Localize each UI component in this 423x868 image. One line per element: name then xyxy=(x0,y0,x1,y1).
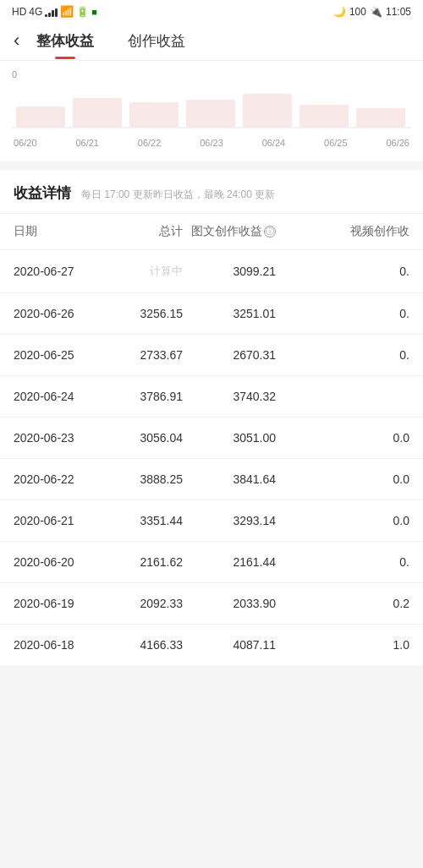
cell-date-5: 2020-06-22 xyxy=(14,472,107,486)
signal-bar-2 xyxy=(48,13,51,17)
x-label-0622: 06/22 xyxy=(138,138,162,148)
header-total: 总计 xyxy=(107,224,183,239)
x-label-0626: 06/26 xyxy=(386,138,409,148)
cell-date-8: 2020-06-19 xyxy=(14,597,107,610)
cell-graphic-3: 3740.32 xyxy=(183,390,276,403)
section-title: 收益详情 xyxy=(14,185,71,201)
table-row: 2020-06-20 2161.62 2161.44 0. xyxy=(0,542,423,583)
status-left: HD 4G 📶 🔋 ■ xyxy=(12,5,97,18)
cell-graphic-0: 3099.21 xyxy=(183,265,276,278)
nav-bar: ‹ 整体收益 创作收益 xyxy=(0,21,423,61)
cell-total-1: 3256.15 xyxy=(107,307,183,320)
table-header: 日期 总计 图文创作收益 ⓘ 视频创作收 xyxy=(0,214,423,250)
cell-video-5: 0.0 xyxy=(276,472,409,486)
header-video: 视频创作收 xyxy=(276,224,409,239)
cell-total-2: 2733.67 xyxy=(107,348,183,362)
time-label: 11:05 xyxy=(386,6,411,18)
cell-date-9: 2020-06-18 xyxy=(14,638,107,652)
battery-full-icon: 🔌 xyxy=(370,6,382,18)
section-subtitle: 每日 17:00 更新昨日收益，最晚 24:00 更新 xyxy=(81,188,275,200)
cell-date-6: 2020-06-21 xyxy=(14,514,107,527)
table-row: 2020-06-22 3888.25 3841.64 0.0 xyxy=(0,459,423,500)
cell-graphic-8: 2033.90 xyxy=(183,597,276,610)
signal-4g: 4G xyxy=(29,6,42,18)
cell-graphic-6: 3293.14 xyxy=(183,514,276,527)
x-label-0621: 06/21 xyxy=(75,138,99,148)
cell-graphic-2: 2670.31 xyxy=(183,348,276,362)
y-axis-label: 0 xyxy=(12,69,411,79)
svg-rect-3 xyxy=(186,100,235,128)
table-row: 2020-06-21 3351.44 3293.14 0.0 xyxy=(0,500,423,542)
cell-total-6: 3351.44 xyxy=(107,514,183,527)
section-header: 收益详情 每日 17:00 更新昨日收益，最晚 24:00 更新 xyxy=(0,170,423,214)
svg-rect-4 xyxy=(243,94,292,128)
status-bar: HD 4G 📶 🔋 ■ 🌙 100 🔌 11:05 xyxy=(0,0,423,21)
x-label-0625: 06/25 xyxy=(324,138,348,148)
cell-total-0: 计算中 xyxy=(107,264,183,279)
cell-graphic-4: 3051.00 xyxy=(183,431,276,445)
signal-bar-4 xyxy=(55,8,58,17)
cell-video-0: 0. xyxy=(276,265,409,278)
cell-graphic-5: 3841.64 xyxy=(183,472,276,486)
earnings-table: 日期 总计 图文创作收益 ⓘ 视频创作收 2020-06-27 计算中 3099… xyxy=(0,214,423,665)
cell-date-4: 2020-06-23 xyxy=(14,431,107,445)
chart-svg xyxy=(12,81,411,132)
table-row: 2020-06-18 4166.33 4087.11 1.0 xyxy=(0,625,423,665)
wifi-icon: 📶 xyxy=(60,5,74,18)
tab-creation-earnings[interactable]: 创作收益 xyxy=(128,31,185,59)
cell-video-9: 1.0 xyxy=(276,638,409,652)
cell-date-3: 2020-06-24 xyxy=(14,390,107,403)
cell-video-1: 0. xyxy=(276,307,409,320)
chart-x-labels: 06/20 06/21 06/22 06/23 06/24 06/25 06/2… xyxy=(12,138,411,148)
cell-video-4: 0.0 xyxy=(276,431,409,445)
cell-video-8: 0.2 xyxy=(276,597,409,610)
table-row: 2020-06-19 2092.33 2033.90 0.2 xyxy=(0,583,423,625)
cell-video-7: 0. xyxy=(276,555,409,569)
svg-rect-2 xyxy=(129,102,179,128)
cell-total-7: 2161.62 xyxy=(107,555,183,569)
header-graphic: 图文创作收益 ⓘ xyxy=(183,224,276,239)
cell-total-4: 3056.04 xyxy=(107,431,183,445)
x-label-0624: 06/24 xyxy=(262,138,286,148)
cell-graphic-1: 3251.01 xyxy=(183,307,276,320)
svg-rect-5 xyxy=(299,105,349,128)
cell-graphic-9: 4087.11 xyxy=(183,638,276,652)
table-row: 2020-06-24 3786.91 3740.32 xyxy=(0,376,423,418)
cell-total-5: 3888.25 xyxy=(107,472,183,486)
svg-rect-1 xyxy=(73,98,122,128)
header-date: 日期 xyxy=(14,224,107,239)
table-row: 2020-06-25 2733.67 2670.31 0. xyxy=(0,335,423,376)
battery-percent: 100 xyxy=(349,6,366,18)
back-button[interactable]: ‹ xyxy=(14,30,19,60)
info-icon[interactable]: ⓘ xyxy=(264,226,276,237)
table-row: 2020-06-26 3256.15 3251.01 0. xyxy=(0,293,423,335)
x-label-0620: 06/20 xyxy=(14,138,37,148)
cell-date-1: 2020-06-26 xyxy=(14,307,107,320)
battery-icon: 🔋 xyxy=(76,6,89,18)
cell-video-2: 0. xyxy=(276,348,409,362)
nav-tabs: 整体收益 创作收益 xyxy=(36,31,409,59)
cell-graphic-7: 2161.44 xyxy=(183,555,276,569)
cell-video-6: 0.0 xyxy=(276,514,409,527)
x-label-0623: 06/23 xyxy=(200,138,223,148)
signal-bar-1 xyxy=(45,14,47,17)
cell-date-2: 2020-06-25 xyxy=(14,348,107,362)
tab-overall-earnings[interactable]: 整体收益 xyxy=(36,31,94,59)
moon-icon: 🌙 xyxy=(333,6,346,18)
carrier-label: HD xyxy=(12,6,26,18)
cell-date-0: 2020-06-27 xyxy=(14,265,107,278)
cell-date-7: 2020-06-20 xyxy=(14,555,107,569)
status-right: 🌙 100 🔌 11:05 xyxy=(333,6,411,18)
table-row: 2020-06-27 计算中 3099.21 0. xyxy=(0,250,423,293)
table-row: 2020-06-23 3056.04 3051.00 0.0 xyxy=(0,418,423,459)
signal-bar-3 xyxy=(52,10,54,17)
svg-rect-0 xyxy=(16,106,65,128)
chart-area: 0 06/20 06/21 06/22 06/23 06/24 06/25 06… xyxy=(0,61,423,161)
cell-total-8: 2092.33 xyxy=(107,597,183,610)
green-icon: ■ xyxy=(91,7,97,17)
cell-total-9: 4166.33 xyxy=(107,638,183,652)
svg-rect-6 xyxy=(356,108,405,128)
signal-bars xyxy=(45,7,58,17)
cell-total-3: 3786.91 xyxy=(107,390,183,403)
